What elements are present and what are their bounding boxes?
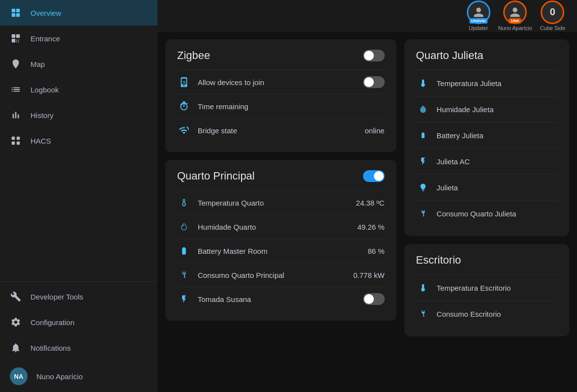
temp-escritorio-label: Temperatura Escritorio xyxy=(437,284,511,292)
julieta-label: Julieta xyxy=(437,183,458,192)
sidebar-item-nuno-aparicio[interactable]: NA Nuno Aparício xyxy=(0,361,157,392)
thermometer-icon-j xyxy=(416,76,430,90)
hum-julieta-row[interactable]: Humidade Julieta xyxy=(416,96,557,122)
sidebar-item-overview[interactable]: Overview xyxy=(0,0,157,26)
user-avatar-cube: 0 xyxy=(541,0,564,24)
tomada-susana-label: Tomada Susana xyxy=(198,295,356,303)
julieta-ac-label: Julieta AC xyxy=(437,157,470,166)
sidebar-item-developer-tools[interactable]: Developer Tools xyxy=(0,284,157,309)
humidity-icon-j xyxy=(416,102,430,116)
zigbee-title: Zigbee xyxy=(177,49,210,62)
sidebar: Overview Entrance Map Logbook History HA… xyxy=(0,0,157,392)
consumo-escritorio-label: Consumo Escritorio xyxy=(437,310,501,318)
person-pin-icon xyxy=(10,58,22,70)
quarto-principal-card: Quarto Principal Temperatura Quarto 24.3… xyxy=(165,160,396,321)
gear-icon xyxy=(10,316,22,328)
svg-rect-1 xyxy=(16,9,20,12)
user-label-nuno: Nuno Aparício xyxy=(498,25,532,31)
battery-master-row: Battery Master Room 86 % xyxy=(177,239,385,263)
bell-icon xyxy=(10,342,22,354)
user-badge-updater[interactable]: UNAVAI Updater xyxy=(467,0,490,31)
julieta-row[interactable]: Julieta xyxy=(416,174,557,200)
plug-icon-j xyxy=(416,207,430,220)
avatar: NA xyxy=(10,367,28,385)
thermometer-icon xyxy=(177,196,191,210)
temp-julieta-label: Temperatura Julieta xyxy=(437,79,502,88)
zigbee-card: Zigbee Allow devices to join Time xyxy=(165,39,396,152)
thermometer-icon-e xyxy=(416,281,430,295)
sidebar-item-label: Overview xyxy=(30,9,61,17)
quarto-principal-toggle[interactable] xyxy=(363,170,385,182)
battery-julieta-row[interactable]: Battery Julieta xyxy=(416,122,557,148)
battery-icon xyxy=(177,244,191,258)
list-icon xyxy=(10,84,22,95)
plug-icon xyxy=(177,268,191,282)
sidebar-item-label: Developer Tools xyxy=(30,293,83,301)
user-label-updater: Updater xyxy=(469,25,488,31)
sidebar-item-hacs[interactable]: HACS xyxy=(0,128,157,153)
user-avatar-updater: UNAVAI xyxy=(467,0,490,24)
svg-rect-0 xyxy=(12,9,15,12)
svg-rect-3 xyxy=(16,13,20,17)
tomada-susana-toggle[interactable] xyxy=(363,293,385,305)
quarto-julieta-card: Quarto Julieta Temperatura Julieta Humid… xyxy=(404,39,569,236)
zigbee-toggle[interactable] xyxy=(363,50,385,61)
allow-devices-row: Allow devices to join xyxy=(177,70,385,94)
grid-icon xyxy=(10,7,22,19)
wrench-icon xyxy=(10,291,22,302)
svg-rect-8 xyxy=(17,142,20,145)
consumo-principal-label: Consumo Quarto Principal xyxy=(198,271,346,279)
plug-icon-e xyxy=(416,307,430,321)
right-column: Quarto Julieta Temperatura Julieta Humid… xyxy=(404,39,569,384)
escritorio-title: Escritorio xyxy=(416,254,461,267)
sidebar-item-label: Notifications xyxy=(30,344,71,352)
bridge-icon xyxy=(177,123,191,137)
sidebar-item-notifications[interactable]: Notifications xyxy=(0,335,157,361)
hum-quarto-value: 49.26 % xyxy=(358,223,385,231)
sidebar-item-map[interactable]: Map xyxy=(0,51,157,77)
svg-rect-6 xyxy=(17,137,20,140)
svg-rect-5 xyxy=(12,137,15,140)
consumo-julieta-label: Consumo Quarto Julieta xyxy=(437,210,516,218)
temp-quarto-row: Temperatura Quarto 24.38 ºC xyxy=(177,190,385,214)
temp-escritorio-row[interactable]: Temperatura Escritorio xyxy=(416,274,557,301)
bridge-state-row: Bridge state online xyxy=(177,118,385,142)
sidebar-item-label: Nuno Aparício xyxy=(36,372,83,381)
temp-quarto-label: Temperatura Quarto xyxy=(198,199,349,207)
julieta-ac-row[interactable]: Julieta AC xyxy=(416,148,557,174)
battery-master-label: Battery Master Room xyxy=(198,247,361,255)
sidebar-item-logbook[interactable]: Logbook xyxy=(0,77,157,102)
hum-julieta-label: Humidade Julieta xyxy=(437,105,494,114)
temp-quarto-value: 24.38 ºC xyxy=(356,199,385,207)
tomada-susana-row: Tomada Susana xyxy=(177,287,385,311)
hacs-icon xyxy=(10,135,22,147)
user-avatar-nuno: UNK xyxy=(503,0,527,24)
user-badge-nuno[interactable]: UNK Nuno Aparício xyxy=(498,0,532,31)
consumo-escritorio-row[interactable]: Consumo Escritorio xyxy=(416,301,557,327)
sidebar-item-history[interactable]: History xyxy=(0,102,157,128)
sidebar-item-entrance[interactable]: Entrance xyxy=(0,26,157,51)
svg-rect-2 xyxy=(12,13,15,17)
allow-devices-toggle[interactable] xyxy=(363,76,385,88)
quarto-julieta-header: Quarto Julieta xyxy=(416,49,557,62)
quarto-principal-title: Quarto Principal xyxy=(177,170,255,182)
sidebar-item-label: Configuration xyxy=(30,318,74,327)
user-badge-cube[interactable]: 0 Cube Side xyxy=(540,0,565,31)
allow-devices-label: Allow devices to join xyxy=(198,78,356,87)
lightning-icon-j xyxy=(416,154,430,168)
time-remaining-label: Time remaining xyxy=(198,102,385,111)
sidebar-item-label: History xyxy=(30,111,54,120)
squares-icon xyxy=(10,32,22,44)
sidebar-item-label: Logbook xyxy=(30,86,59,94)
left-column: Zigbee Allow devices to join Time xyxy=(165,39,396,384)
timer-icon xyxy=(177,99,191,113)
device-join-icon xyxy=(177,75,191,89)
battery-master-value: 86 % xyxy=(367,247,384,255)
svg-rect-7 xyxy=(12,142,15,145)
sidebar-item-configuration[interactable]: Configuration xyxy=(0,309,157,335)
consumo-julieta-row[interactable]: Consumo Quarto Julieta xyxy=(416,200,557,226)
sidebar-item-label: Map xyxy=(30,60,45,68)
temp-julieta-row[interactable]: Temperatura Julieta xyxy=(416,70,557,96)
battery-julieta-label: Battery Julieta xyxy=(437,131,484,140)
bridge-state-value: online xyxy=(365,126,385,135)
